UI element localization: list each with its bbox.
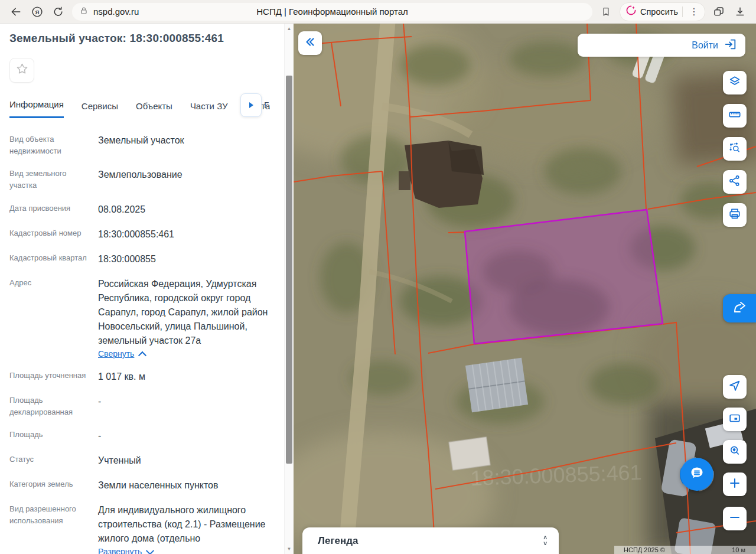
browser-bar: Я nspd.gov.ru НСПД | Геоинформационный п…	[0, 0, 756, 24]
tab-Части ЗУ[interactable]: Части ЗУ	[190, 101, 228, 118]
chevron-icon	[138, 351, 146, 359]
layers-icon	[728, 75, 741, 90]
search-on-map-button[interactable]	[723, 440, 747, 464]
chevron-icon	[146, 546, 154, 554]
field-row: Кадастровый квартал 18:30:000855	[9, 252, 272, 266]
field-label: Адрес	[9, 277, 98, 359]
field-label: Вид объекта недвижимости	[9, 133, 98, 157]
yandex-browser-icon[interactable]: Я	[30, 4, 45, 19]
locate-button[interactable]	[723, 375, 747, 399]
tabs-scroll-right-button[interactable]	[240, 93, 262, 117]
selected-parcel-polygon	[465, 210, 663, 344]
field-row: Вид разрешенного использования Для индив…	[9, 503, 272, 554]
field-value: 08.08.2025	[98, 203, 272, 217]
scroll-up-arrow-icon[interactable]: ▲	[285, 26, 294, 31]
search-on-map-icon	[728, 444, 741, 460]
object-search-icon	[728, 141, 741, 157]
field-value: Землепользование	[98, 168, 272, 182]
locate-icon	[728, 379, 741, 395]
svg-text:Я: Я	[35, 9, 40, 15]
layers-button[interactable]	[723, 71, 747, 94]
ask-label: Спросить	[640, 7, 678, 17]
field-row: Площадь уточненная 1 017 кв. м	[9, 370, 272, 384]
object-search-button[interactable]	[723, 137, 747, 161]
zoom-in-button[interactable]	[723, 472, 747, 496]
star-icon	[15, 62, 29, 79]
login-button[interactable]: Войти	[578, 34, 745, 57]
field-label: Площадь декларированная	[9, 395, 98, 418]
collapse-panel-icon	[304, 35, 317, 51]
tab-Объекты[interactable]: Объекты	[136, 101, 172, 118]
kebab-menu-icon[interactable]: ⋮	[687, 6, 701, 17]
scroll-down-arrow-icon[interactable]: ▼	[285, 546, 294, 552]
field-row: Адрес Российская Федерация, Удмуртская Р…	[9, 277, 272, 359]
print-icon	[728, 207, 741, 223]
download-icon[interactable]	[732, 4, 748, 19]
field-row: Вид земельного участка Землепользование	[9, 168, 272, 191]
tab-Сервисы[interactable]: Сервисы	[82, 101, 118, 118]
panel-scrollbar[interactable]: ▲ ▼	[284, 24, 294, 554]
url-text: nspd.gov.ru	[93, 6, 139, 17]
tabs-bar: ИнформацияСервисыОбъектыЧасти ЗУСоста Г	[9, 94, 272, 118]
field-label: Кадастровый номер	[9, 227, 98, 242]
expand-collapse-link[interactable]: Развернуть	[98, 547, 153, 554]
share-button[interactable]	[723, 170, 747, 194]
field-value: Российская Федерация, Удмуртская Республ…	[98, 277, 272, 348]
field-label: Кадастровый квартал	[9, 252, 98, 266]
chat-button[interactable]	[680, 458, 713, 491]
spark-icon	[626, 5, 636, 18]
page-title: Земельный участок: 18:30:000855:461	[9, 32, 272, 45]
chat-widget[interactable]	[679, 457, 715, 492]
field-label: Вид разрешенного использования	[9, 503, 98, 554]
tab-groups-icon[interactable]	[711, 4, 726, 19]
bookmark-icon[interactable]	[598, 4, 614, 19]
address-bar[interactable]: nspd.gov.ru НСПД | Геоинформационный пор…	[72, 3, 592, 21]
zoom-in-icon	[728, 477, 741, 492]
field-row: Площадь -	[9, 429, 272, 443]
field-value: Земельный участок	[98, 133, 272, 148]
field-value: 18:30:000855	[98, 252, 272, 266]
field-label: Вид земельного участка	[9, 168, 98, 191]
field-label: Площадь	[9, 429, 98, 443]
back-icon[interactable]	[8, 4, 24, 19]
field-value: 1 017 кв. м	[98, 370, 272, 384]
legend-panel[interactable]: Легенда ˄˅	[302, 527, 559, 554]
scrollbar-thumb[interactable]	[286, 76, 292, 464]
login-icon	[724, 38, 737, 53]
legend-toggle-icon[interactable]: ˄˅	[543, 535, 547, 546]
field-value: Для индивидуального жилищного строительс…	[98, 503, 272, 546]
field-row: Вид объекта недвижимости Земельный участ…	[9, 133, 272, 157]
ask-button[interactable]: Спросить ⋮	[620, 2, 705, 21]
mini-map-button[interactable]	[723, 408, 747, 431]
legend-label: Легенда	[318, 535, 358, 547]
feedback-pin-icon	[731, 299, 748, 318]
lock-icon	[79, 6, 89, 18]
collapse-panel-button[interactable]	[298, 31, 322, 55]
fields-list: Вид объекта недвижимости Земельный участ…	[9, 133, 272, 554]
chat-icon	[688, 464, 706, 484]
zoom-out-button[interactable]	[723, 507, 747, 530]
expand-collapse-link[interactable]: Свернуть	[98, 349, 145, 359]
zoom-out-icon	[728, 511, 741, 526]
print-button[interactable]	[723, 203, 747, 227]
field-label: Площадь уточненная	[9, 370, 98, 384]
field-row: Категория земель Земли населенных пункто…	[9, 478, 272, 493]
tab-Информация[interactable]: Информация	[9, 99, 64, 118]
field-value: -	[98, 395, 272, 409]
field-value: Земли населенных пунктов	[98, 478, 272, 493]
map-attribution: НСПД 2025 © 10 м	[614, 546, 756, 554]
feedback-pin-button[interactable]	[723, 294, 756, 322]
page-title-text: НСПД | Геоинформационный портал	[72, 6, 592, 17]
login-label: Войти	[692, 40, 718, 51]
tab-overflow-fragment[interactable]: Г	[264, 100, 269, 110]
object-info-panel: Земельный участок: 18:30:000855:461 Инфо…	[0, 24, 294, 554]
field-value: -	[98, 429, 272, 443]
reload-icon[interactable]	[51, 4, 66, 19]
attribution-text: НСПД 2025 ©	[624, 546, 665, 553]
ruler-button[interactable]	[723, 104, 747, 128]
ruler-icon	[728, 108, 741, 123]
favorite-button[interactable]	[9, 58, 34, 83]
field-label: Категория земель	[9, 478, 98, 493]
map-canvas[interactable]: 18:30:000855:461	[294, 24, 756, 554]
field-label: Дата присвоения	[9, 203, 98, 217]
